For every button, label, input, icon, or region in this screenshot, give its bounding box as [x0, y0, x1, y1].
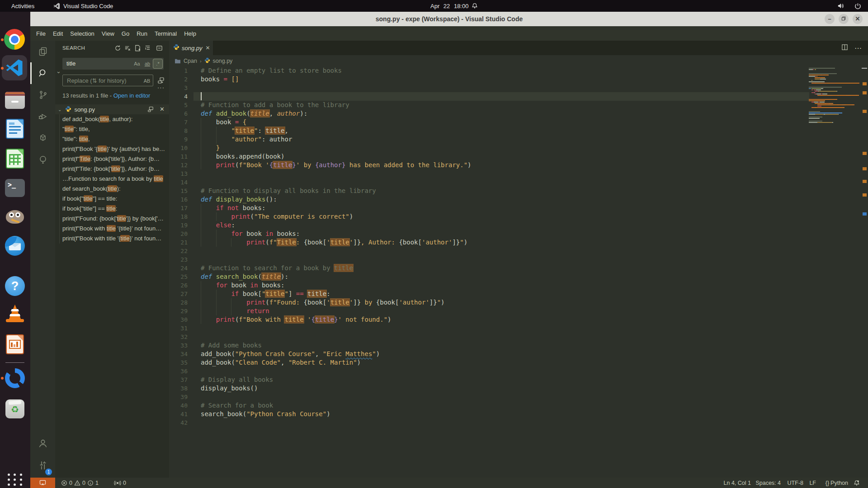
ports-indicator[interactable]: 0 — [114, 478, 126, 488]
breadcrumb[interactable]: Cpan › song.py — [169, 55, 868, 66]
overview-ruler[interactable] — [861, 66, 868, 478]
close-button[interactable]: ✕ — [853, 14, 863, 24]
cursor-position[interactable]: Ln 4, Col 1 — [724, 478, 751, 488]
python-file-icon — [65, 106, 71, 113]
menu-view[interactable]: View — [98, 30, 118, 37]
menu-edit[interactable]: Edit — [49, 30, 66, 37]
search-result-row[interactable]: print(f"Book with title '{title}' not fo… — [55, 234, 169, 244]
replace-all-icon[interactable] — [156, 76, 165, 85]
account-icon[interactable] — [30, 433, 55, 455]
power-icon[interactable] — [854, 0, 861, 12]
refresh-icon[interactable] — [113, 43, 122, 52]
dock-gimp-icon[interactable] — [4, 206, 26, 228]
menu-run[interactable]: Run — [133, 30, 151, 37]
line-number: 27 — [169, 290, 188, 298]
split-editor-icon[interactable] — [841, 44, 848, 52]
source-control-icon[interactable] — [30, 84, 55, 106]
language-mode[interactable]: {}Python — [826, 478, 848, 488]
toggle-replace-chevron[interactable]: ⌄ — [56, 68, 61, 75]
search-result-row[interactable]: if book["title"] == title: — [55, 194, 169, 204]
dock-vlc-icon[interactable] — [4, 303, 26, 324]
dock-chrome-icon[interactable] — [4, 29, 26, 51]
dock-writer-icon[interactable] — [4, 118, 26, 140]
preserve-case-toggle[interactable]: AB — [142, 76, 151, 85]
extensions-icon[interactable] — [30, 127, 55, 149]
search-result-row[interactable]: print(f"Title: {book['title']}, Author: … — [55, 154, 169, 164]
volume-icon[interactable] — [837, 0, 844, 12]
dock-calc-icon[interactable] — [4, 148, 26, 169]
tab-close-icon[interactable]: ✕ — [206, 45, 210, 51]
dock-files-icon[interactable] — [4, 89, 26, 111]
notification-bell-icon — [472, 3, 478, 9]
minimize-button[interactable]: – — [825, 14, 835, 24]
indentation[interactable]: Spaces: 4 — [755, 478, 781, 488]
new-search-editor-icon[interactable] — [133, 43, 142, 52]
open-in-editor-link[interactable]: Open in editor — [113, 92, 151, 99]
code-area[interactable]: 1# Define an empty list to store books2b… — [169, 66, 868, 478]
whole-word-toggle[interactable]: ab — [143, 59, 152, 68]
activities-button[interactable]: Activities — [11, 0, 34, 12]
code-line: def add_book(title, author): — [201, 109, 307, 118]
dock-terminal-icon[interactable]: >_ — [4, 177, 26, 199]
collapse-all-icon[interactable] — [155, 43, 164, 52]
search-icon[interactable] — [30, 62, 55, 84]
menu-help[interactable]: Help — [180, 30, 200, 37]
search-file-row[interactable]: ⌄ song.py ✕ — [55, 104, 169, 114]
search-result-row[interactable]: "title": title, — [55, 124, 169, 134]
problems-indicator[interactable]: 0 0 1 — [61, 478, 99, 488]
dock-help-icon[interactable]: ? — [4, 275, 26, 297]
regex-toggle[interactable]: .* — [153, 59, 162, 68]
line-number: 11 — [169, 152, 188, 161]
search-result-row[interactable]: if book["title"] == title: — [55, 204, 169, 214]
menu-file[interactable]: File — [33, 30, 49, 37]
window-titlebar[interactable]: song.py - expe (Workspace) - Visual Stud… — [30, 12, 868, 26]
tab-song-py[interactable]: song.py ✕ — [169, 41, 213, 55]
run-debug-icon[interactable] — [30, 106, 55, 127]
minimap-line — [815, 79, 821, 80]
notifications-bell-icon[interactable] — [854, 478, 860, 488]
search-result-row[interactable]: …Function to search for a book by title — [55, 174, 169, 184]
clock[interactable]: Apr 22 18:00 — [430, 0, 478, 12]
dock-impress-icon[interactable] — [4, 333, 26, 355]
clear-results-icon[interactable] — [123, 43, 132, 52]
encoding[interactable]: UTF-8 — [788, 478, 803, 488]
search-input[interactable]: title Aa ab .* — [62, 58, 164, 70]
minimap-line — [815, 76, 816, 77]
dock-trash-icon[interactable]: ♻ — [4, 398, 26, 420]
menu-terminal[interactable]: Terminal — [151, 30, 180, 37]
menu-go[interactable]: Go — [118, 30, 133, 37]
status-bar: 0 0 1 0 Ln 4, Col 1 Spaces: 4 UTF-8 LF {… — [30, 478, 868, 488]
match-case-toggle[interactable]: Aa — [132, 59, 142, 68]
minimap[interactable] — [809, 66, 861, 478]
dock-grid-icon[interactable] — [4, 469, 26, 488]
replace-all-in-file-icon[interactable] — [147, 106, 154, 114]
search-result-row[interactable]: print(f"Book '{title}' by {author} has b… — [55, 144, 169, 154]
search-result-row[interactable]: print(f"Title: {book['title']}, Author: … — [55, 164, 169, 174]
search-result-row[interactable]: def add_book(title, author): — [55, 114, 169, 124]
remote-indicator[interactable] — [30, 478, 55, 488]
dock-software-icon[interactable] — [4, 367, 26, 389]
dismiss-icon[interactable]: ✕ — [160, 106, 165, 113]
azure-icon[interactable] — [30, 149, 55, 171]
minimap-line — [809, 111, 820, 112]
focused-app-indicator[interactable]: Visual Studio Code — [53, 0, 113, 12]
search-result-row[interactable]: "title": title, — [55, 134, 169, 144]
search-result-row[interactable]: print(f"Book with title '{title}' not fo… — [55, 224, 169, 234]
search-result-row[interactable]: def search_book(title): — [55, 184, 169, 194]
explorer-icon[interactable] — [30, 41, 55, 62]
more-actions-icon[interactable]: ··· — [157, 84, 165, 91]
minimap-match-highlight — [817, 104, 854, 105]
eol[interactable]: LF — [809, 478, 816, 488]
line-number: 10 — [169, 144, 188, 152]
code-line: books = [] — [201, 75, 239, 84]
settings-icon[interactable]: 1 — [30, 455, 55, 476]
dock-thunderbird-icon[interactable] — [4, 235, 26, 257]
current-line-highlight — [193, 92, 809, 101]
menu-selection[interactable]: Selection — [66, 30, 98, 37]
maximize-button[interactable] — [839, 14, 849, 24]
search-result-row[interactable]: print(f"Found: {book['title']} by {book[… — [55, 214, 169, 224]
replace-input[interactable]: Replace (⇅ for history) AB — [62, 75, 153, 86]
dock-code-icon[interactable] — [4, 57, 26, 79]
more-actions-icon[interactable]: ⋯ — [854, 44, 862, 52]
view-as-tree-icon[interactable] — [143, 43, 152, 52]
